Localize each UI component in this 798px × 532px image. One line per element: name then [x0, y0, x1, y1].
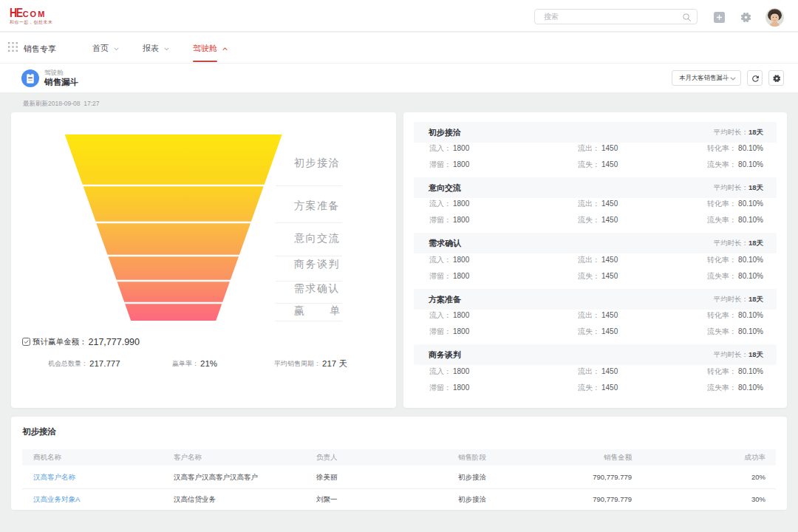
stage-block-3: 方案准备 平均时长：18天 流入：1800 流出：1450 转化率：80.10%… [414, 289, 777, 345]
avg-duration-label: 平均时长： [713, 183, 748, 191]
stat-label: 流失率： [707, 383, 737, 392]
funnel-segment-1[interactable] [83, 186, 264, 221]
stage-block-title: 意向交流 [429, 177, 461, 198]
stat-value: 1450 [601, 311, 618, 319]
stat-value: 1800 [453, 383, 469, 392]
stage-stat-cell: 流出：1450 [578, 197, 618, 211]
table-cell: 20% [632, 466, 765, 488]
stat-value: 1450 [601, 367, 618, 375]
stat-label: 流入： [429, 256, 451, 264]
stage-stat-row: 流入：1800 流出：1450 转化率：80.10% [414, 308, 777, 323]
navbar [0, 33, 798, 64]
stage-stat-row: 滞留：1800 流失：1450 流失率：80.10% [414, 269, 777, 284]
avg-duration-label: 平均时长： [713, 295, 748, 303]
funnel-stat-label: 平均销售周期： [274, 359, 321, 369]
stat-label: 流出： [578, 311, 600, 319]
table-row[interactable]: 汉高客户名称汉高客户汉高客户汉高客户徐美丽初步接洽790,779.77920% [22, 466, 776, 488]
stat-value: 1800 [453, 144, 469, 152]
stat-label: 流失率： [707, 216, 737, 224]
stage-stat-cell: 转化率：80.10% [707, 253, 763, 267]
funnel-filter-value: 本月大客销售漏斗 [679, 74, 729, 81]
stat-label: 流出： [578, 200, 600, 208]
logo-tagline: 和你一起，创想未来 [10, 20, 52, 24]
stat-value: 1800 [453, 160, 469, 168]
stage-stat-cell: 转化率：80.10% [707, 364, 763, 379]
add-button[interactable] [714, 12, 725, 23]
funnel-segment-0[interactable] [65, 134, 282, 185]
stat-label: 流失： [578, 160, 600, 168]
opportunity-link[interactable]: 汉高客户名称 [33, 466, 174, 488]
search-input[interactable] [535, 10, 697, 24]
dashboard-icon [21, 69, 39, 87]
avatar[interactable] [765, 8, 784, 27]
table-column-header: 客户名称 [174, 449, 316, 466]
avg-duration-value: 18天 [748, 239, 763, 247]
funnel-card: 初步接洽方案准备意向交流商务谈判需求确认赢单 预计赢单金额： 217,777.9… [11, 112, 396, 408]
stat-value: 80.10% [738, 160, 763, 168]
stage-stat-cell: 滞留：1800 [429, 157, 469, 172]
stage-stat-cell: 流入：1800 [429, 364, 469, 379]
table-cell: 汉高信贷业务 [174, 489, 316, 510]
stat-value: 1800 [453, 367, 469, 375]
workspace-label[interactable]: 销售专享 [24, 43, 56, 55]
stage-stat-cell: 转化率：80.10% [707, 308, 763, 323]
settings-gear-icon[interactable] [740, 11, 752, 24]
logo-text-main: HE [10, 7, 22, 19]
logo-text-sub: COM [23, 10, 47, 18]
funnel-stage-label: 需求确认 [294, 282, 341, 296]
expected-amount-value: 217,777.990 [89, 337, 140, 347]
nav-tab-0[interactable]: 首页 [92, 42, 119, 54]
funnel-stage-label: 初步接洽 [294, 157, 341, 170]
nav-tab-label: 报表 [143, 44, 159, 52]
stage-stat-row: 流入：1800 流出：1450 转化率：80.10% [414, 197, 777, 211]
stage-block-title: 方案准备 [429, 289, 461, 310]
stat-value: 1800 [453, 327, 469, 335]
stage-block-4: 商务谈判 平均时长：18天 流入：1800 流出：1450 转化率：80.10%… [414, 344, 777, 400]
last-refresh-time: 最新刷新2018-09-08 17:27 [23, 100, 99, 109]
opportunity-link[interactable]: 汉高业务对象A [33, 489, 174, 510]
stat-value: 1450 [601, 216, 618, 224]
topbar: HECOM 和你一起，创想未来 [0, 0, 798, 32]
stat-value: 80.10% [738, 272, 763, 280]
stage-stat-row: 流入：1800 流出：1450 转化率：80.10% [414, 253, 777, 267]
nav-tab-1[interactable]: 报表 [143, 42, 169, 54]
stat-label: 流失率： [707, 160, 737, 168]
table-cell: 汉高客户汉高客户汉高客户 [174, 466, 316, 488]
avg-duration: 平均时长：18天 [713, 344, 763, 365]
table-row[interactable]: 汉高业务对象A汉高信贷业务刘聚一初步接洽790,779.77930% [22, 488, 776, 510]
funnel-segment-5[interactable] [125, 304, 222, 321]
table-title: 初步接洽 [22, 426, 56, 437]
nav-tab-label: 首页 [92, 44, 109, 52]
stage-stat-cell: 转化率：80.10% [707, 197, 763, 211]
funnel-label-divider [276, 222, 342, 223]
funnel-segment-3[interactable] [108, 256, 239, 279]
funnel-segment-4[interactable] [117, 282, 230, 301]
stage-stat-cell: 转化率：80.10% [707, 141, 763, 156]
stage-block-title: 商务谈判 [429, 344, 461, 365]
stage-stat-cell: 流入：1800 [429, 308, 469, 323]
stat-value: 80.10% [738, 367, 763, 375]
avg-duration: 平均时长：18天 [713, 122, 763, 143]
funnel-stat-value: 217 天 [322, 358, 347, 369]
table-column-header: 销售金额 [543, 449, 632, 466]
refresh-button[interactable] [747, 70, 763, 86]
nav-tab-2[interactable]: 驾驶舱 [193, 42, 228, 54]
stage-stat-cell: 滞留：1800 [429, 213, 469, 228]
apps-grid-icon[interactable] [8, 42, 18, 52]
stat-value: 1800 [453, 311, 469, 319]
stat-label: 转化率： [707, 144, 737, 152]
stat-label: 滞留： [429, 216, 451, 224]
stat-value: 1450 [601, 327, 618, 335]
table-cell: 徐美丽 [316, 466, 458, 488]
stage-stat-cell: 流出：1450 [578, 253, 618, 267]
stage-block-2: 需求确认 平均时长：18天 流入：1800 流出：1450 转化率：80.10%… [414, 233, 777, 289]
funnel-stat-label: 赢单率： [172, 359, 199, 369]
plus-icon [716, 14, 723, 21]
table-cell: 初步接洽 [458, 466, 543, 488]
search-icon[interactable] [682, 13, 692, 22]
funnel-filter-select[interactable]: 本月大客销售漏斗 [672, 70, 741, 86]
logo[interactable]: HECOM 和你一起，创想未来 [10, 7, 84, 27]
avg-duration-label: 平均时长： [713, 128, 748, 136]
funnel-segment-2[interactable] [96, 223, 250, 254]
dashboard-settings-button[interactable] [768, 70, 784, 86]
